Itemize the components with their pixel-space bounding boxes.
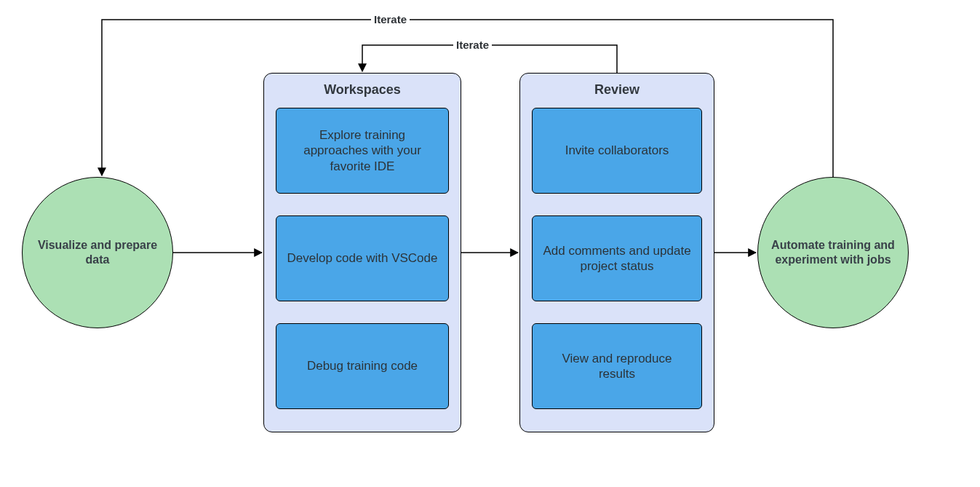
edge-label-iterate-top: Iterate: [371, 13, 410, 25]
panel-review-title: Review: [532, 82, 702, 98]
card-add-comments: Add comments and update project status: [532, 215, 702, 301]
node-automate-jobs-label: Automate training and experiment with jo…: [758, 231, 908, 274]
panel-workspaces-title: Workspaces: [276, 82, 449, 98]
node-automate-jobs: Automate training and experiment with jo…: [757, 177, 909, 328]
diagram-stage: Iterate Iterate Visualize and prepare da…: [0, 0, 980, 487]
card-debug-training: Debug training code: [276, 323, 449, 409]
edge-label-iterate-mid: Iterate: [453, 39, 492, 51]
panel-review: Review Invite collaborators Add comments…: [519, 73, 714, 432]
card-invite-collaborators: Invite collaborators: [532, 108, 702, 194]
card-explore-ide: Explore training approaches with your fa…: [276, 108, 449, 194]
card-develop-vscode: Develop code with VSCode: [276, 215, 449, 301]
panel-review-stack: Invite collaborators Add comments and up…: [532, 108, 702, 409]
node-visualize-data: Visualize and prepare data: [22, 177, 173, 328]
node-visualize-data-label: Visualize and prepare data: [23, 231, 172, 274]
panel-workspaces-stack: Explore training approaches with your fa…: [276, 108, 449, 409]
panel-workspaces: Workspaces Explore training approaches w…: [263, 73, 461, 432]
card-view-results: View and reproduce results: [532, 323, 702, 409]
